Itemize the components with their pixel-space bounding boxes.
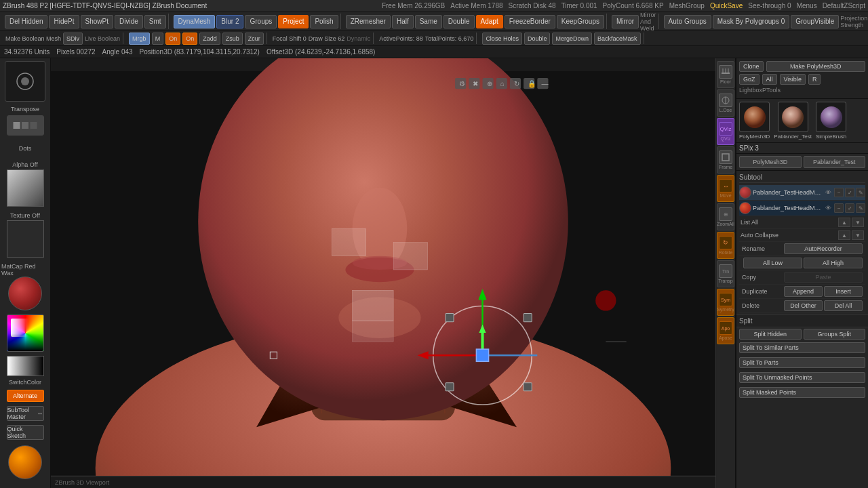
alternate-btn[interactable]: Alternate xyxy=(7,390,44,402)
project-btn[interactable]: Project xyxy=(278,15,309,28)
split-unmasked-btn[interactable]: Split To Unmasked Points xyxy=(739,372,865,383)
floor-btn[interactable]: Floor xyxy=(717,61,734,88)
all-high-btn[interactable]: All High xyxy=(804,258,863,268)
menus-btn[interactable]: Menus xyxy=(797,2,817,9)
all-btn[interactable]: All xyxy=(762,74,777,85)
all-low-btn[interactable]: All Low xyxy=(743,258,802,268)
quick-sketch-btn[interactable]: Quick Sketch xyxy=(7,425,44,440)
r-btn[interactable]: R xyxy=(808,74,821,85)
onoff2-btn[interactable]: On xyxy=(182,33,197,45)
zoomall-btn[interactable]: ⊕ ZoomAll xyxy=(717,203,734,230)
qviz-btn[interactable]: QViz QViz xyxy=(717,118,734,145)
canvas-area[interactable]: ⚙ ✖ ⊕ ⌂ ↻ 🔒 — xyxy=(51,58,715,488)
zcur-btn[interactable]: Zcur xyxy=(245,33,264,45)
subtool-ctrl3-1[interactable]: ✎ xyxy=(856,188,865,197)
default-zscript[interactable]: DefaultZScript xyxy=(823,2,865,9)
gradient-box[interactable] xyxy=(7,356,44,376)
visible-btn[interactable]: Visible xyxy=(780,74,806,85)
smt-btn[interactable]: Smt xyxy=(144,15,166,28)
pablander-thumb[interactable]: Pablander_Test xyxy=(774,102,812,140)
list-all-up-btn[interactable]: ▲ xyxy=(838,218,850,227)
close-holes-btn[interactable]: Close Holes xyxy=(482,33,522,45)
see-through[interactable]: See-through 0 xyxy=(748,2,791,9)
dynamesh-btn[interactable]: DynaMesh xyxy=(174,15,216,28)
hide-pt-btn[interactable]: HidePt xyxy=(49,15,79,28)
transp-btn[interactable]: Trn Transp xyxy=(717,260,734,287)
auto-collapse-down-btn[interactable]: ▼ xyxy=(852,230,864,240)
del-hidden-btn[interactable]: Del Hidden xyxy=(5,15,47,28)
mirror-btn[interactable]: Mirror xyxy=(612,15,639,28)
paste-btn[interactable]: Paste xyxy=(784,272,863,283)
merge-down-btn[interactable]: MergeDown xyxy=(552,33,592,45)
ldse-btn[interactable]: L.Dse xyxy=(717,89,734,117)
groups-btn[interactable]: Groups xyxy=(245,15,277,28)
list-all-down-btn[interactable]: ▼ xyxy=(852,218,864,227)
split-hidden-btn[interactable]: Split Hidden xyxy=(739,329,802,340)
clone-btn[interactable]: Clone xyxy=(739,61,764,72)
subtool-ctrl1-2[interactable]: ~ xyxy=(834,203,844,213)
show-pt-btn[interactable]: ShowPt xyxy=(81,15,113,28)
subtool-ctrl2-2[interactable]: ✓ xyxy=(845,203,854,213)
frame-btn[interactable]: Frame xyxy=(717,146,734,174)
3d-viewport[interactable]: ⚙ ✖ ⊕ ⌂ ↻ 🔒 — xyxy=(51,58,715,488)
split-masked-btn[interactable]: Split Masked Points xyxy=(739,387,865,398)
auto-groups-btn[interactable]: Auto Groups xyxy=(664,15,711,28)
subtool-master-btn[interactable]: SubTool Master ↔ xyxy=(7,406,44,421)
sdiv-btn[interactable]: SDiv xyxy=(63,33,83,45)
simplebrush-thumb[interactable]: SimpleBrush xyxy=(816,102,846,140)
subtool-eye-2[interactable]: 👁 xyxy=(823,203,833,213)
onoff1-btn[interactable]: On xyxy=(165,33,180,45)
autorecorder-btn[interactable]: AutoRecorder xyxy=(784,243,863,254)
double-btn[interactable]: Double xyxy=(443,15,475,28)
mrgb-btn[interactable]: Mrgb xyxy=(129,33,150,45)
freeze-border-btn[interactable]: FreezeBorder xyxy=(505,15,555,28)
apose-btn[interactable]: Apo Apose xyxy=(717,317,734,344)
split-header[interactable]: Split xyxy=(736,314,868,327)
symetry-btn[interactable]: Sym Symetry xyxy=(717,289,734,316)
subtool-row-1[interactable]: Pablander_TestHeadModel 👁 ~ ✓ ✎ xyxy=(739,185,865,201)
backface-mask-btn[interactable]: BackfaceMask xyxy=(594,33,641,45)
texture-box[interactable] xyxy=(7,220,44,258)
goz-btn[interactable]: GoZ xyxy=(739,74,760,85)
rotate-btn[interactable]: ↻ Rotate xyxy=(717,232,734,259)
orange-ball[interactable] xyxy=(8,445,42,479)
subtool-row-2[interactable]: Pablander_TestHeadModel1 👁 ~ ✓ ✎ xyxy=(739,201,865,216)
menu-zbrush[interactable]: ZBrush 488 P2 [HGFE-TDTF-QNVS-IEQI-NZBG]… xyxy=(3,2,207,9)
group-visible-btn[interactable]: GroupVisible xyxy=(791,15,839,28)
polish-btn[interactable]: Polish xyxy=(310,15,338,28)
mirror-weld[interactable]: Mirror And Weld xyxy=(640,12,656,32)
pablander-test-btn[interactable]: Pablander_Test xyxy=(804,156,866,168)
blur-btn[interactable]: Blur 2 xyxy=(216,15,243,28)
zsub-btn[interactable]: Zsub xyxy=(222,33,243,45)
insert-btn[interactable]: Insert xyxy=(824,286,863,297)
draw-btn[interactable] xyxy=(7,115,44,136)
subtool-ctrl2-1[interactable]: ✓ xyxy=(845,188,854,197)
zadd-btn[interactable]: Zadd xyxy=(199,33,220,45)
matcap-ball[interactable] xyxy=(8,277,42,310)
quicksave[interactable]: QuickSave xyxy=(710,2,743,9)
subtool-ctrl3-2[interactable]: ✎ xyxy=(856,203,865,213)
make-polymesh-btn[interactable]: Make PolyMesh3D xyxy=(766,61,865,72)
del-all-btn[interactable]: Del All xyxy=(824,300,863,311)
alpha-box[interactable] xyxy=(7,169,44,207)
half-btn[interactable]: Half xyxy=(392,15,414,28)
keep-groups-btn[interactable]: KeepGroups xyxy=(557,15,604,28)
split-parts-btn[interactable]: Split To Parts xyxy=(739,357,865,368)
m-btn[interactable]: M xyxy=(152,33,164,45)
subtool-ctrl1-1[interactable]: ~ xyxy=(834,188,844,197)
color-picker[interactable] xyxy=(7,314,44,352)
mask-polygroups-btn[interactable]: Mask By Polygroups 0 xyxy=(713,15,790,28)
append-btn[interactable]: Append xyxy=(784,286,823,297)
move-btn[interactable]: ↔ Move xyxy=(717,175,734,202)
adapt-btn[interactable]: Adapt xyxy=(476,15,503,28)
auto-collapse-up-btn[interactable]: ▲ xyxy=(838,230,850,240)
sphere3d-thumb[interactable]: PolyMesh3D xyxy=(739,102,770,140)
double-btn2[interactable]: Double xyxy=(524,33,551,45)
divide-btn[interactable]: Divide xyxy=(115,15,143,28)
zremesher-btn[interactable]: ZRemesher xyxy=(346,15,391,28)
polymesh3d-btn[interactable]: PolyMesh3D xyxy=(739,156,802,168)
transpose-btn[interactable] xyxy=(5,61,45,102)
split-similar-btn[interactable]: Split To Similar Parts xyxy=(739,342,865,353)
same-btn[interactable]: Same xyxy=(415,15,442,28)
groups-split-btn[interactable]: Groups Split xyxy=(804,329,866,340)
